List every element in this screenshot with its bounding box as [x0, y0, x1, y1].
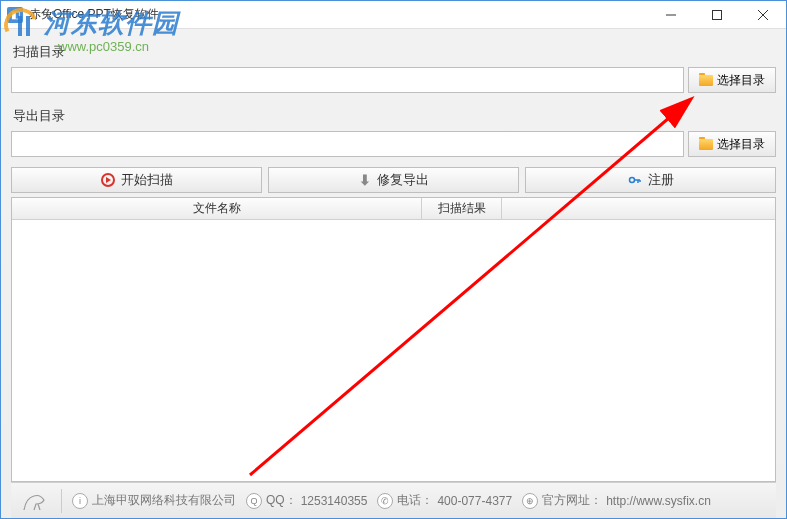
site-link[interactable]: http://www.sysfix.cn	[606, 494, 711, 508]
phone-label: 电话：	[397, 492, 433, 509]
browse-scan-button[interactable]: 选择目录	[688, 67, 776, 93]
phone-value: 400-077-4377	[437, 494, 512, 508]
play-icon	[101, 173, 115, 187]
scan-dir-label: 扫描目录	[13, 43, 776, 61]
site-label: 官方网址：	[542, 492, 602, 509]
company-name: 上海甲驭网络科技有限公司	[92, 492, 236, 509]
export-dir-input[interactable]	[11, 131, 684, 157]
key-icon	[628, 173, 642, 187]
qq-icon: Q	[246, 493, 262, 509]
export-dir-label: 导出目录	[13, 107, 776, 125]
browse-label: 选择目录	[717, 72, 765, 89]
svg-point-4	[629, 178, 634, 183]
titlebar: ◧ 赤兔Office PPT恢复软件	[1, 1, 786, 29]
minimize-button[interactable]	[648, 1, 694, 29]
close-button[interactable]	[740, 1, 786, 29]
register-button[interactable]: 注册	[525, 167, 776, 193]
results-table: 文件名称 扫描结果	[11, 197, 776, 482]
folder-icon	[699, 75, 713, 86]
browse-label: 选择目录	[717, 136, 765, 153]
globe-icon: ⊕	[522, 493, 538, 509]
column-filename[interactable]: 文件名称	[12, 198, 422, 219]
svg-rect-1	[713, 10, 722, 19]
maximize-button[interactable]	[694, 1, 740, 29]
qq-label: QQ：	[266, 492, 297, 509]
phone-icon: ✆	[377, 493, 393, 509]
column-scan-result[interactable]: 扫描结果	[422, 198, 502, 219]
window-title: 赤兔Office PPT恢复软件	[29, 6, 159, 23]
start-scan-button[interactable]: 开始扫描	[11, 167, 262, 193]
qq-value: 1253140355	[301, 494, 368, 508]
browse-export-button[interactable]: 选择目录	[688, 131, 776, 157]
app-icon: ◧	[7, 7, 23, 23]
folder-icon	[699, 139, 713, 150]
company-logo-icon	[19, 487, 51, 515]
scan-dir-input[interactable]	[11, 67, 684, 93]
repair-export-button[interactable]: ⬇ 修复导出	[268, 167, 519, 193]
download-icon: ⬇	[359, 172, 371, 188]
statusbar: i 上海甲驭网络科技有限公司 Q QQ：1253140355 ✆ 电话：400-…	[11, 482, 776, 518]
table-body	[12, 220, 775, 481]
info-icon: i	[72, 493, 88, 509]
